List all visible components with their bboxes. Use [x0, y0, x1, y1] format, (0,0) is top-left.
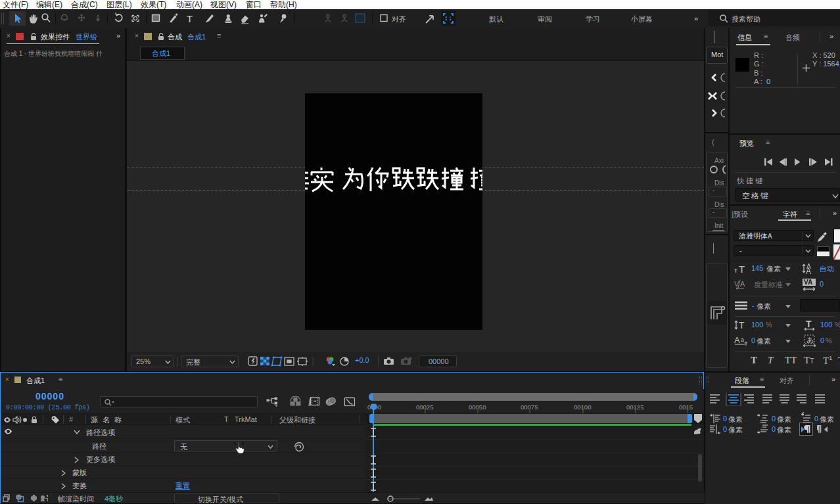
svg-text:T: T: [187, 13, 193, 24]
svg-text:A: A: [734, 335, 740, 345]
svg-text:a: a: [741, 336, 744, 343]
svg-text:A: A: [806, 267, 811, 275]
svg-text:VA: VA: [804, 279, 812, 286]
svg-text:あ: あ: [806, 336, 814, 344]
svg-text:T: T: [739, 263, 745, 274]
svg-text:T: T: [739, 320, 745, 331]
svg-text:т: т: [734, 266, 737, 274]
svg-text:A: A: [740, 280, 745, 288]
svg-text:T: T: [806, 319, 812, 329]
